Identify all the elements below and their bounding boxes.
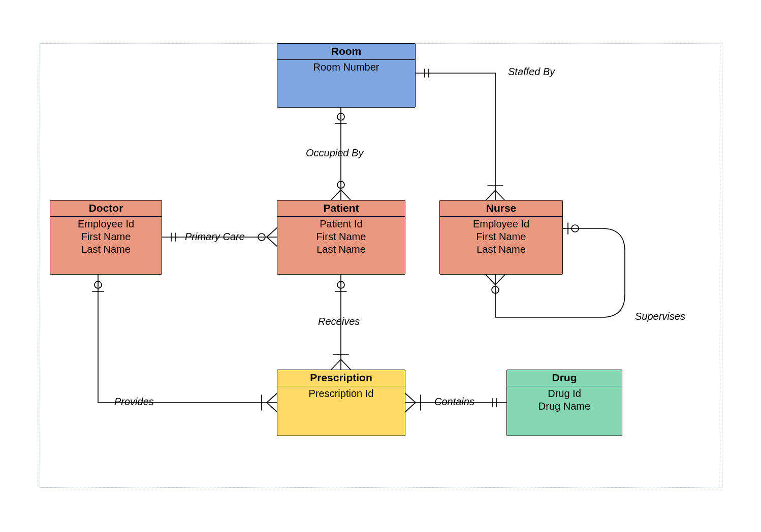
entity-attrs: Room Number xyxy=(277,60,415,77)
rel-label-primary-care: Primary Care xyxy=(185,231,245,243)
entity-attrs: Drug Id Drug Name xyxy=(507,386,622,416)
rel-label-occupied-by: Occupied By xyxy=(306,147,363,159)
entity-title: Nurse xyxy=(440,201,562,217)
rel-label-contains: Contains xyxy=(434,396,474,408)
entity-drug[interactable]: Drug Drug Id Drug Name xyxy=(506,370,622,436)
entity-room[interactable]: Room Room Number xyxy=(277,43,416,108)
rel-label-provides: Provides xyxy=(114,396,154,408)
rel-label-staffed-by: Staffed By xyxy=(508,66,555,78)
rel-label-supervises: Supervises xyxy=(635,311,685,322)
entity-attrs: Employee Id First Name Last Name xyxy=(440,217,562,259)
entity-doctor[interactable]: Doctor Employee Id First Name Last Name xyxy=(50,200,162,275)
entity-patient[interactable]: Patient Patient Id First Name Last Name xyxy=(277,200,405,275)
entity-title: Doctor xyxy=(50,201,162,217)
entity-title: Room xyxy=(277,44,415,60)
entity-prescription[interactable]: Prescription Prescription Id xyxy=(277,370,405,436)
entity-title: Prescription xyxy=(277,370,405,386)
entity-attrs: Prescription Id xyxy=(277,386,405,403)
entity-title: Drug xyxy=(507,370,622,386)
entity-nurse[interactable]: Nurse Employee Id First Name Last Name xyxy=(439,200,563,275)
rel-label-receives: Receives xyxy=(318,316,360,327)
entity-attrs: Patient Id First Name Last Name xyxy=(277,217,405,259)
entity-attrs: Employee Id First Name Last Name xyxy=(50,217,162,259)
entity-title: Patient xyxy=(277,201,405,217)
